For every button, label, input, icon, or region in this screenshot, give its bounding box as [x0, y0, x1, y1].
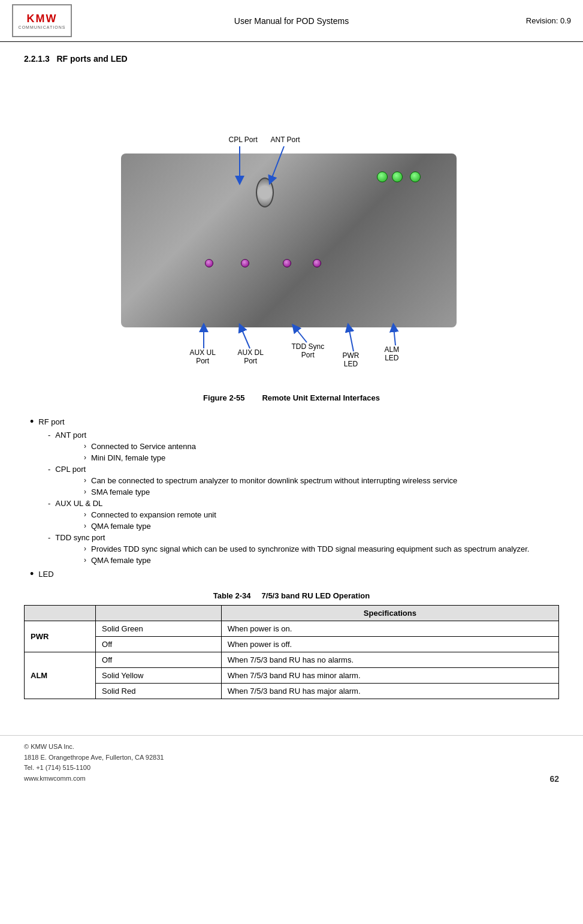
pwr-solid-green-cell: Solid Green	[96, 621, 222, 637]
table-header-row: Specifications	[25, 606, 559, 621]
alm-major-cell: When 7/5/3 band RU has major alarm.	[221, 684, 558, 699]
svg-line-5	[349, 327, 354, 351]
ant-details: › Connected to Service antenna › Mini DI…	[84, 442, 559, 462]
aux-type-item: › QMA female type	[84, 522, 559, 531]
pwr-label-cell: PWR	[25, 621, 96, 652]
ant-section: - ANT port › Connected to Service antenn…	[48, 431, 559, 462]
ant-type-text: Mini DIN, female type	[91, 453, 165, 462]
fins-bottom	[121, 279, 457, 327]
table-subtitle: 7/5/3 band RU LED Operation	[262, 591, 370, 600]
cpl-port-head: CPL port	[55, 465, 86, 474]
company-logo: KMW COMMUNICATIONS	[12, 4, 72, 37]
device-image	[121, 154, 457, 327]
table-body: PWR Solid Green When power is on. Off Wh…	[25, 621, 559, 699]
tdd-type-text: QMA female type	[91, 556, 151, 565]
aux-details: › Connected to expansion remote unit › Q…	[84, 510, 559, 531]
table-row: ALM Off When 7/5/3 band RU has no alarms…	[25, 652, 559, 668]
ant-type-item: › Mini DIN, female type	[84, 453, 559, 462]
cpl-connected-item: › Can be connected to spectrum analyzer …	[84, 476, 559, 485]
bullet-dot: •	[30, 416, 34, 427]
arrow-char-3: ›	[84, 476, 86, 485]
footer-page: 62	[549, 774, 559, 784]
green-led-1	[392, 171, 403, 182]
tdd-details: › Provides TDD sync signal which can be …	[84, 544, 559, 565]
ant-connected-item: › Connected to Service antenna	[84, 442, 559, 451]
section-title: RF ports and LED	[57, 54, 128, 64]
dash-char-3: -	[48, 499, 50, 508]
alm-no-alarm-cell: When 7/5/3 band RU has no alarms.	[221, 652, 558, 668]
header-title: User Manual for POD Systems	[108, 16, 475, 26]
ant-connector	[256, 177, 274, 207]
tdd-type-item: › QMA female type	[84, 556, 559, 565]
green-led-2	[410, 171, 421, 182]
col2-header	[96, 606, 222, 621]
figure-title: Remote Unit External Interfaces	[262, 393, 380, 402]
cpl-type-text: SMA female type	[91, 487, 150, 496]
alm-red-cell: Solid Red	[96, 684, 222, 699]
tdd-sync-head: TDD sync port	[55, 533, 105, 542]
aux-ul-port-label: AUX ULPort	[190, 348, 216, 365]
section-heading: 2.2.1.3 RF ports and LED	[24, 54, 559, 64]
bullet-section: • RF port - ANT port › Connected to Serv…	[30, 417, 559, 579]
bullet-dot-2: •	[30, 568, 34, 579]
alm-off-cell: Off	[96, 652, 222, 668]
aux-dash-item: - AUX UL & DL	[48, 499, 559, 508]
logo-kmw-text: KMW	[27, 13, 58, 25]
dash-char-4: -	[48, 533, 50, 542]
diagram-wrapper: CPL Port ANT Port	[67, 76, 516, 387]
figure-number: Figure 2-55	[203, 393, 244, 402]
arrow-char-6: ›	[84, 522, 86, 531]
aux-type-text: QMA female type	[91, 522, 151, 531]
tdd-dash-item: - TDD sync port	[48, 533, 559, 542]
page-header: KMW COMMUNICATIONS User Manual for POD S…	[0, 0, 583, 42]
logo-sub-text: COMMUNICATIONS	[19, 25, 66, 29]
cpl-connected-text: Can be connected to spectrum analyzer to…	[91, 476, 457, 485]
rf-port-bullet: • RF port	[30, 417, 559, 427]
cpl-details: › Can be connected to spectrum analyzer …	[84, 476, 559, 496]
logo-area: KMW COMMUNICATIONS	[12, 4, 108, 37]
alm-led-label: ALMLED	[385, 345, 400, 362]
footer-address: 1818 E. Orangethrope Ave, Fullerton, CA …	[24, 753, 164, 763]
ant-dash-item: - ANT port	[48, 431, 559, 440]
aux-connected-text: Connected to expansion remote unit	[91, 510, 216, 519]
svg-line-4	[295, 327, 307, 342]
table-row: Solid Yellow When 7/5/3 band RU has mino…	[25, 668, 559, 684]
cpl-port-label: CPL Port	[229, 136, 258, 144]
aux-connected-item: › Connected to expansion remote unit	[84, 510, 559, 519]
table-row: PWR Solid Green When power is on.	[25, 621, 559, 637]
led-table: Specifications PWR Solid Green When powe…	[24, 605, 559, 699]
alm-label-cell: ALM	[25, 652, 96, 699]
purple-connector-2	[241, 259, 249, 267]
page-footer: © KMW USA Inc. 1818 E. Orangethrope Ave,…	[0, 735, 583, 790]
table-number: Table 2-34	[213, 591, 251, 600]
purple-connector-4	[313, 259, 321, 267]
purple-connector-3	[283, 259, 291, 267]
arrow-char-1: ›	[84, 442, 86, 451]
pwr-off-text-cell: When power is off.	[221, 637, 558, 652]
arrow-char-4: ›	[84, 487, 86, 496]
rf-port-label: RF port	[38, 417, 64, 427]
tdd-sync-port-label: TDD SyncPort	[292, 342, 325, 359]
footer-info: © KMW USA Inc. 1818 E. Orangethrope Ave,…	[24, 742, 164, 784]
pwr-off-cell: Off	[96, 637, 222, 652]
footer-tel: Tel. +1 (714) 515-1100	[24, 763, 164, 773]
table-row: Solid Red When 7/5/3 band RU has major a…	[25, 684, 559, 699]
aux-dl-port-label: AUX DLPort	[238, 348, 264, 365]
cpl-section: - CPL port › Can be connected to spectru…	[48, 465, 559, 496]
table-row: Off When power is off.	[25, 637, 559, 652]
ant-connected-text: Connected to Service antenna	[91, 442, 196, 451]
dash-char-2: -	[48, 465, 50, 474]
led-label: LED	[38, 570, 53, 579]
arrow-char-2: ›	[84, 453, 86, 462]
arrow-char-7: ›	[84, 544, 86, 553]
green-led-3	[377, 171, 388, 182]
tdd-provides-item: › Provides TDD sync signal which can be …	[84, 544, 559, 553]
alm-yellow-cell: Solid Yellow	[96, 668, 222, 684]
svg-line-6	[394, 327, 395, 345]
purple-connector-1	[205, 259, 213, 267]
arrow-char-8: ›	[84, 556, 86, 565]
col3-header: Specifications	[221, 606, 558, 621]
tdd-section: - TDD sync port › Provides TDD sync sign…	[48, 533, 559, 565]
arrow-char-5: ›	[84, 510, 86, 519]
header-revision: Revision: 0.9	[475, 16, 571, 25]
